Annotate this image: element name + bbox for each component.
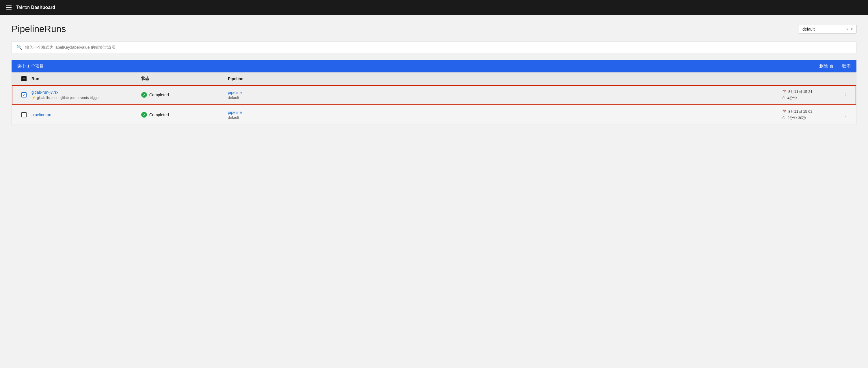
row-2-date: 8月11日 15:02: [788, 109, 812, 114]
row-1-run-link[interactable]: gitlab-run-j77rx: [31, 90, 141, 95]
delete-button[interactable]: 删除 🗑: [819, 63, 834, 69]
calendar-icon: 📅: [782, 110, 786, 113]
row-2-date-row: 📅 8月11日 15:02: [782, 109, 840, 114]
menu-icon[interactable]: [6, 5, 11, 9]
selection-toolbar: 选中 1 个项目 删除 🗑 | 取消: [11, 60, 857, 72]
navbar-title-normal: Tekton: [16, 5, 31, 10]
navbar: Tekton Dashboard: [0, 0, 868, 15]
row-1-date: 8月11日 15:21: [788, 89, 812, 94]
col-header-run: Run: [31, 76, 141, 81]
page-title: PipelineRuns: [11, 24, 66, 34]
filter-input[interactable]: [25, 45, 851, 49]
row-1-pipeline-namespace: default: [228, 96, 782, 100]
cancel-button[interactable]: 取消: [842, 63, 851, 69]
row-1-checkbox-wrapper[interactable]: [17, 92, 31, 98]
row-2-more-options[interactable]: ⋮: [840, 111, 851, 118]
row-2-pipeline-cell: pipeline default: [228, 110, 782, 120]
col-header-status: 状态: [141, 76, 228, 81]
calendar-icon: 📅: [782, 90, 786, 94]
page-content: PipelineRuns default × ▾ 🔍 选中 1 个项目 删除 🗑…: [0, 15, 868, 134]
selection-count: 选中 1 个项目: [17, 63, 44, 69]
select-all-checkbox-wrapper[interactable]: [17, 76, 31, 81]
row-1-duration-row: ⏱ 4分钟: [782, 96, 840, 101]
namespace-selector[interactable]: default × ▾: [799, 25, 857, 33]
trigger-icon: ⚡: [31, 96, 36, 100]
selection-actions: 删除 🗑 | 取消: [819, 63, 851, 69]
row-1-status-label: Completed: [149, 93, 169, 97]
row-2-status-cell: ✓ Completed: [141, 112, 228, 118]
table-row: gitlab-run-j77rx ⚡ gitlab-listener | git…: [12, 85, 856, 105]
action-divider: |: [837, 64, 839, 69]
row-2-checkbox[interactable]: [21, 112, 27, 118]
navbar-title-bold: Dashboard: [31, 5, 56, 10]
row-2-pipeline-link[interactable]: pipeline: [228, 110, 782, 115]
clock-icon: ⏱: [782, 116, 786, 120]
row-1-trigger-label: gitlab-listener | gitlab-push-events-tri…: [37, 96, 100, 100]
search-icon: 🔍: [17, 44, 22, 50]
row-2-time-cell: 📅 8月11日 15:02 ⏱ 2分钟 30秒: [782, 109, 840, 121]
row-2-duration-row: ⏱ 2分钟 30秒: [782, 115, 840, 121]
table-row: pipelinerun ✓ Completed pipeline default…: [12, 105, 856, 125]
delete-label: 删除: [819, 63, 828, 69]
pipeline-runs-table: Run 状态 Pipeline gitlab-run-j77rx ⚡ gitla…: [11, 72, 857, 125]
row-2-run-cell: pipelinerun: [31, 112, 141, 117]
row-2-pipeline-namespace: default: [228, 115, 782, 120]
clock-icon: ⏱: [782, 96, 786, 100]
row-1-run-cell: gitlab-run-j77rx ⚡ gitlab-listener | git…: [31, 90, 141, 100]
col-header-pipeline: Pipeline: [228, 76, 782, 81]
namespace-value: default: [802, 27, 844, 31]
page-header: PipelineRuns default × ▾: [11, 24, 857, 34]
row-1-checkbox[interactable]: [21, 92, 27, 98]
row-1-time-cell: 📅 8月11日 15:21 ⏱ 4分钟: [782, 89, 840, 101]
row-2-run-link[interactable]: pipelinerun: [31, 112, 141, 117]
navbar-title: Tekton Dashboard: [16, 5, 55, 10]
row-2-checkbox-wrapper[interactable]: [17, 112, 31, 118]
row-1-pipeline-link[interactable]: pipeline: [228, 90, 782, 95]
row-1-more-options[interactable]: ⋮: [840, 92, 851, 98]
row-2-status-icon: ✓: [141, 112, 147, 118]
trash-icon: 🗑: [830, 64, 834, 69]
row-2-status-label: Completed: [149, 112, 169, 117]
table-header: Run 状态 Pipeline: [12, 73, 856, 85]
row-2-duration: 2分钟 30秒: [787, 115, 806, 121]
row-1-pipeline-cell: pipeline default: [228, 90, 782, 100]
row-1-status-cell: ✓ Completed: [141, 92, 228, 98]
namespace-chevron-icon[interactable]: ▾: [851, 27, 853, 31]
row-1-duration: 4分钟: [787, 96, 797, 101]
filter-bar: 🔍: [11, 41, 857, 53]
row-1-status-icon: ✓: [141, 92, 147, 98]
select-all-checkbox[interactable]: [21, 76, 27, 81]
namespace-clear-button[interactable]: ×: [846, 27, 849, 31]
row-1-date-row: 📅 8月11日 15:21: [782, 89, 840, 94]
row-1-run-trigger: ⚡ gitlab-listener | gitlab-push-events-t…: [31, 96, 141, 100]
